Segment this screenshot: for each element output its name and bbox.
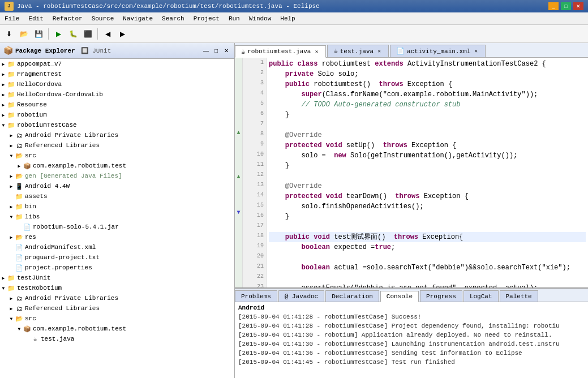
bottom-tab-problems[interactable]: Problems (235, 290, 277, 302)
tree-item-assets[interactable]: 📁assets (0, 191, 234, 201)
tree-item-hellocordova2[interactable]: ▶📁HelloCordova-CordovaLib (0, 89, 234, 100)
minimize-panel-button[interactable]: — (201, 46, 211, 55)
tree-arrow-projectprop[interactable] (8, 264, 15, 271)
menu-item-help[interactable]: Help (276, 12, 299, 24)
menu-item-run[interactable]: Run (224, 12, 244, 24)
tree-item-comexample2[interactable]: ▼📦com.example.robotium.test (0, 324, 234, 334)
tree-arrow-src[interactable]: ▼ (8, 152, 15, 159)
tree-arrow-bin[interactable]: ▶ (8, 203, 15, 210)
stop-button[interactable]: ⬛ (81, 27, 95, 41)
run-button[interactable]: ▶ (51, 27, 65, 41)
tree-item-testjava[interactable]: ☕test.java (0, 334, 234, 344)
tree-item-reflibs2[interactable]: ▶🗂Referenced Libraries (0, 303, 234, 313)
tree-item-hellocordova[interactable]: ▶📁HelloCordova (0, 79, 234, 89)
tree-item-src[interactable]: ▼📂src (0, 151, 234, 161)
tree-arrow-res[interactable]: ▶ (8, 234, 15, 240)
forward-button[interactable]: ▶ (115, 27, 129, 41)
tree-arrow-comexample2[interactable]: ▼ (16, 325, 23, 332)
bottom-tab-logcat[interactable]: LogCat (463, 290, 499, 302)
window-controls[interactable]: _ □ ✕ (548, 2, 583, 10)
back-button[interactable]: ◀ (101, 27, 114, 41)
tree-item-comexample[interactable]: ▶📦com.example.robotium.test (0, 161, 234, 171)
close-panel-button[interactable]: ✕ (222, 46, 231, 55)
console-area[interactable]: Android [2015-09-04 01:41:28 - robotiumT… (235, 302, 588, 378)
tree-arrow-comexample[interactable]: ▶ (16, 162, 23, 169)
tab-close-testjava[interactable]: ✕ (376, 48, 383, 55)
editor-tab-activitymain[interactable]: 📄activity_main.xml✕ (390, 45, 486, 57)
tree-item-android44w[interactable]: ▶📱Android 4.4W (0, 181, 234, 191)
tree-arrow-androidprivate2[interactable]: ▶ (8, 295, 15, 302)
bottom-tab-declaration[interactable]: Declaration (325, 290, 379, 302)
tree-arrow-testjunit[interactable]: ▶ (0, 274, 7, 281)
maximize-button[interactable]: □ (561, 2, 571, 10)
menu-item-edit[interactable]: Edit (24, 12, 48, 24)
open-button[interactable]: 📂 (17, 27, 31, 41)
bottom-tab-console[interactable]: Console (380, 291, 419, 302)
tree-arrow-androidmanifest[interactable] (8, 244, 15, 251)
line-number-15: 15 (257, 200, 264, 211)
editor-tab-robotiumtest[interactable]: ☕robotiumtest.java✕ (235, 45, 326, 58)
maximize-panel-button[interactable]: □ (212, 46, 221, 55)
new-button[interactable]: ⬇ (2, 27, 16, 41)
tree-item-testjunit[interactable]: ▶📁testJUnit (0, 273, 234, 283)
tree-item-reflibs[interactable]: ▶🗂Referenced Libraries (0, 140, 234, 151)
tree-arrow-androidprivate[interactable]: ▶ (8, 132, 15, 139)
bottom-tab-javadoc[interactable]: @ Javadoc (278, 290, 324, 302)
tree-item-src2[interactable]: ▼📂src (0, 313, 234, 324)
tree-item-appcompat[interactable]: ▶📁appcompat_v7 (0, 59, 234, 69)
tree-item-robotiumjar[interactable]: 📄robotium-solo-5.4.1.jar (0, 222, 234, 232)
tree-item-resource[interactable]: ▶📁Resourse (0, 100, 234, 110)
tree-arrow-gen[interactable]: ▶ (8, 173, 15, 179)
tree-arrow-robotium[interactable]: ▶ (0, 111, 7, 118)
tree-arrow-src2[interactable]: ▼ (8, 315, 15, 322)
package-explorer-tree: ▶📁appcompat_v7▶📁FragmentTest▶📁HelloCordo… (0, 59, 234, 378)
menu-item-window[interactable]: Window (244, 12, 276, 24)
tree-arrow-android44w[interactable]: ▶ (8, 183, 15, 190)
tree-arrow-testrobotium[interactable]: ▼ (0, 285, 7, 291)
tree-item-projectprop[interactable]: 📄project.properties (0, 263, 234, 273)
tree-item-robottestcase[interactable]: ▼📁robotiumTestCase (0, 120, 234, 130)
tree-item-res[interactable]: ▶📂res (0, 232, 234, 242)
tree-item-libs[interactable]: ▼📁libs (0, 212, 234, 222)
tab-close-activitymain[interactable]: ✕ (473, 48, 479, 55)
tree-arrow-robottestcase[interactable]: ▼ (0, 122, 7, 128)
minimize-button[interactable]: _ (548, 2, 559, 10)
bottom-tab-progress[interactable]: Progress (420, 290, 462, 302)
editor-tab-testjava[interactable]: ☕test.java✕ (327, 45, 389, 57)
tree-item-gen[interactable]: ▶📂gen [Generated Java Files] (0, 171, 234, 181)
save-button[interactable]: 💾 (32, 27, 45, 41)
menu-item-refactor[interactable]: Refactor (48, 12, 87, 24)
debug-button[interactable]: 🐛 (66, 27, 80, 41)
tree-arrow-fragmenttest[interactable]: ▶ (0, 71, 7, 78)
bottom-tab-palette[interactable]: Palette (500, 290, 538, 302)
tree-arrow-appcompat[interactable]: ▶ (0, 61, 7, 67)
tree-arrow-testjava[interactable] (24, 336, 31, 342)
tree-item-testrobotium[interactable]: ▼📁testRobotium (0, 283, 234, 293)
menu-item-project[interactable]: Project (189, 12, 224, 24)
tree-arrow-reflibs2[interactable]: ▶ (8, 305, 15, 312)
menu-item-file[interactable]: File (0, 12, 24, 24)
tab-close-robotiumtest[interactable]: ✕ (313, 48, 320, 55)
menu-item-source[interactable]: Source (87, 12, 119, 24)
close-button[interactable]: ✕ (573, 2, 583, 10)
tree-arrow-libs[interactable]: ▼ (8, 213, 15, 220)
tree-item-bin[interactable]: ▶📁bin (0, 201, 234, 212)
tree-item-androidmanifest[interactable]: 📄AndroidManifest.xml (0, 242, 234, 252)
tree-item-androidprivate[interactable]: ▶🗂Android Private Libraries (0, 130, 234, 140)
junit-tab[interactable]: 🔲 JUnit (81, 47, 111, 54)
tree-icon-robotium: 📁 (7, 110, 16, 119)
tree-arrow-proguard[interactable] (8, 254, 15, 261)
editor-content[interactable]: public class robotiumtest extends Activi… (267, 58, 588, 287)
tree-arrow-reflibs[interactable]: ▶ (8, 142, 15, 149)
tree-arrow-hellocordova2[interactable]: ▶ (0, 91, 7, 98)
tree-arrow-robotiumjar[interactable] (16, 224, 23, 230)
tree-item-fragmenttest[interactable]: ▶📁FragmentTest (0, 69, 234, 79)
menu-item-navigate[interactable]: Navigate (118, 12, 157, 24)
menu-item-search[interactable]: Search (157, 12, 189, 24)
tree-arrow-assets[interactable] (8, 193, 15, 200)
tree-item-robotium[interactable]: ▶📁robotium (0, 110, 234, 120)
tree-arrow-hellocordova[interactable]: ▶ (0, 81, 7, 88)
tree-item-androidprivate2[interactable]: ▶🗂Android Private Libraries (0, 293, 234, 303)
tree-item-proguard[interactable]: 📄proguard-project.txt (0, 252, 234, 263)
tree-arrow-resource[interactable]: ▶ (0, 101, 7, 108)
